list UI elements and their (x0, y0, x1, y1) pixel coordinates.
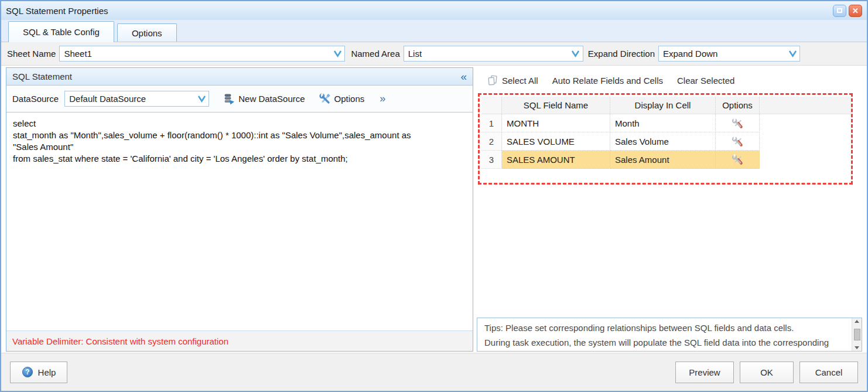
expand-direction-label: Expand Direction (588, 49, 655, 59)
scrollbar-thumb[interactable] (854, 329, 860, 340)
preview-label: Preview (689, 367, 720, 377)
auto-relate-button[interactable]: Auto Relate Fields and Cells (545, 73, 670, 88)
chevron-down-icon[interactable] (332, 46, 343, 61)
scroll-down-icon[interactable] (855, 346, 859, 349)
table-row[interactable]: 1 MONTH Month (481, 114, 851, 132)
display-in-cell-cell[interactable]: Sales Volume (610, 132, 716, 151)
table-row-selected[interactable]: 3 SALES AMOUNT Sales Amount (481, 151, 851, 169)
variable-delimiter-note: Variable Delimiter: Consistent with syst… (6, 330, 473, 351)
dialog-title: SQL Statement Properties (6, 6, 831, 16)
row-number: 2 (481, 132, 502, 151)
display-in-cell-cell[interactable]: Month (610, 114, 716, 132)
title-bar: SQL Statement Properties ✕ (1, 1, 867, 20)
expand-direction-select[interactable]: Expand Down (658, 46, 800, 62)
datasource-options-button[interactable]: Options (319, 93, 365, 105)
sql-field-name-cell[interactable]: SALES AMOUNT (502, 151, 610, 169)
tools-icon (319, 93, 331, 105)
collapse-panel-icon[interactable]: « (460, 71, 467, 82)
column-header-rownum (481, 97, 502, 114)
sql-panel-header: SQL Statement « (6, 68, 473, 86)
new-datasource-label: New DataSource (238, 94, 305, 104)
expand-direction-value: Expand Down (663, 49, 787, 59)
column-header-display-in-cell: Display In Cell (610, 97, 716, 114)
wrench-screwdriver-icon (732, 136, 744, 147)
sheet-name-value: Sheet1 (64, 49, 332, 59)
clear-selected-button[interactable]: Clear Selected (670, 73, 741, 88)
close-icon: ✕ (852, 6, 859, 15)
chevron-down-icon[interactable] (787, 46, 798, 61)
tips-text: Tips: Please set corresponding relations… (477, 318, 852, 351)
svg-text:?: ? (25, 368, 29, 376)
mapping-drop-zone: SQL Field Name Display In Cell Options 1… (478, 93, 853, 185)
mapping-toolbar: Select All Auto Relate Fields and Cells … (477, 67, 862, 93)
column-header-filler (760, 97, 851, 114)
close-button[interactable]: ✕ (849, 5, 862, 17)
row-options-button[interactable] (716, 151, 760, 169)
restore-icon (837, 8, 842, 13)
row-filler (760, 132, 851, 151)
copy-icon (487, 75, 498, 86)
sql-field-name-cell[interactable]: MONTH (502, 114, 610, 132)
help-icon: ? (22, 366, 33, 378)
wrench-screwdriver-icon (732, 154, 744, 165)
more-tools-icon[interactable]: » (380, 93, 385, 105)
tab-options[interactable]: Options (117, 23, 177, 42)
sql-panel-title: SQL Statement (12, 71, 72, 81)
row-options-button[interactable] (716, 132, 760, 151)
row-number: 1 (481, 114, 502, 132)
tab-strip: SQL & Table Config Options (1, 20, 867, 42)
tab-sql-table-config[interactable]: SQL & Table Config (8, 21, 114, 42)
footer-bar: ? Help Preview OK Cancel (1, 353, 867, 391)
main-content: SQL Statement « DataSource Default DataS… (1, 66, 867, 353)
scroll-up-icon[interactable] (855, 320, 859, 323)
datasource-value: Default DataSource (69, 94, 196, 104)
datasource-toolbar: DataSource Default DataSource (6, 86, 473, 112)
tips-scrollbar[interactable] (852, 318, 862, 351)
row-filler (760, 114, 851, 132)
table-row[interactable]: 2 SALES VOLUME Sales Volume (481, 132, 851, 151)
ok-button[interactable]: OK (740, 362, 794, 383)
sheet-config-row: Sheet Name Sheet1 Named Area List Expand… (1, 42, 867, 66)
column-header-options: Options (716, 97, 760, 114)
row-number: 3 (481, 151, 502, 169)
select-all-label: Select All (502, 76, 538, 86)
cancel-label: Cancel (815, 367, 843, 377)
chevron-down-icon[interactable] (570, 46, 582, 61)
select-all-button[interactable]: Select All (480, 73, 545, 88)
datasource-label: DataSource (12, 94, 59, 104)
sheet-name-select[interactable]: Sheet1 (59, 46, 345, 62)
new-datasource-button[interactable]: New DataSource (223, 93, 305, 105)
sql-statement-input[interactable]: select stat_month as "Month",sales_volum… (6, 112, 473, 330)
restore-button[interactable] (833, 5, 846, 17)
row-options-button[interactable] (716, 114, 760, 132)
help-label: Help (38, 367, 56, 377)
tab-label: Options (132, 28, 162, 38)
sql-field-name-cell[interactable]: SALES VOLUME (502, 132, 610, 151)
sql-statement-properties-dialog: SQL Statement Properties ✕ SQL & Table C… (0, 0, 868, 392)
named-area-value: List (408, 49, 570, 59)
datasource-select[interactable]: Default DataSource (64, 91, 209, 107)
tab-label: SQL & Table Config (23, 27, 100, 37)
cancel-button[interactable]: Cancel (799, 362, 858, 383)
ok-label: OK (760, 367, 773, 377)
database-icon (223, 93, 235, 105)
row-filler (760, 151, 851, 169)
sheet-name-label: Sheet Name (7, 49, 56, 59)
display-in-cell-cell[interactable]: Sales Amount (610, 151, 716, 169)
sql-statement-panel: SQL Statement « DataSource Default DataS… (6, 67, 473, 352)
auto-relate-label: Auto Relate Fields and Cells (552, 76, 663, 86)
field-mapping-table: SQL Field Name Display In Cell Options 1… (481, 97, 851, 169)
preview-button[interactable]: Preview (675, 362, 734, 383)
help-button[interactable]: ? Help (10, 362, 67, 383)
column-header-sql-field-name: SQL Field Name (502, 97, 610, 114)
field-mapping-panel: Select All Auto Relate Fields and Cells … (477, 67, 862, 352)
clear-selected-label: Clear Selected (677, 76, 734, 86)
named-area-label: Named Area (351, 49, 399, 59)
datasource-options-label: Options (334, 94, 365, 104)
mapping-panel-empty-area (477, 185, 862, 318)
tips-box: Tips: Please set corresponding relations… (477, 318, 862, 352)
named-area-select[interactable]: List (404, 46, 583, 62)
table-header-row: SQL Field Name Display In Cell Options (481, 97, 851, 114)
chevron-down-icon[interactable] (196, 91, 207, 106)
wrench-screwdriver-icon (732, 118, 744, 129)
